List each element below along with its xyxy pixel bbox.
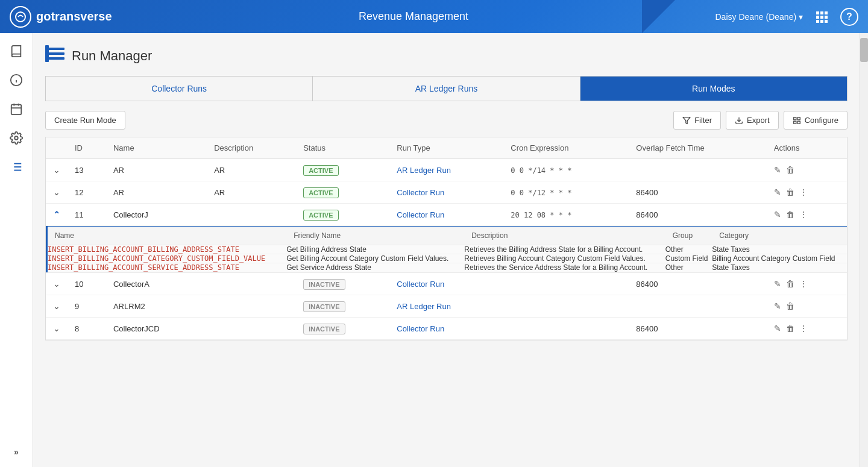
sidebar-item-settings[interactable] bbox=[4, 126, 28, 150]
action-icons: ✎ 🗑 bbox=[774, 301, 840, 311]
cell-id: 12 bbox=[68, 181, 106, 204]
collapse-icon-13[interactable]: ⌄ bbox=[53, 165, 60, 175]
configure-button[interactable]: Configure bbox=[784, 111, 848, 130]
edit-icon-11[interactable]: ✎ bbox=[774, 210, 781, 219]
scrollbar[interactable] bbox=[860, 33, 868, 467]
cell-overlap: 86400 bbox=[629, 318, 767, 340]
delete-icon-10[interactable]: 🗑 bbox=[786, 279, 794, 289]
tabs: Collector Runs AR Ledger Runs Run Modes bbox=[45, 76, 848, 101]
sidebar-item-list[interactable] bbox=[4, 155, 28, 179]
collapse-icon-10[interactable]: ⌄ bbox=[53, 279, 60, 289]
sub-cell-group: Other bbox=[665, 245, 712, 254]
sub-cell-name: INSERT_BILLING_ACCOUNT_SERVICE_ADDRESS_S… bbox=[47, 263, 287, 272]
cell-id: 10 bbox=[68, 273, 106, 295]
table-row: ⌄ 12 AR AR ACTIVE Collector Run 0 0 */12… bbox=[46, 181, 847, 204]
delete-icon-9[interactable]: 🗑 bbox=[786, 301, 794, 311]
grid-icon[interactable] bbox=[813, 8, 831, 26]
more-icon-12[interactable]: ⋮ bbox=[799, 187, 808, 197]
delete-icon-8[interactable]: 🗑 bbox=[786, 324, 794, 333]
cell-cron bbox=[503, 318, 629, 340]
cell-id: 11 bbox=[68, 204, 106, 226]
edit-icon-10[interactable]: ✎ bbox=[774, 279, 781, 289]
sub-cell-category: State Taxes bbox=[712, 245, 847, 254]
tab-collector-runs[interactable]: Collector Runs bbox=[46, 77, 313, 101]
col-id: ID bbox=[68, 137, 106, 159]
svg-rect-5 bbox=[820, 16, 823, 19]
user-menu[interactable]: Daisy Deane (Deane) ▾ bbox=[715, 12, 803, 22]
layout: » Run Manager Collector Runs AR Ledger R… bbox=[0, 33, 868, 467]
sidebar-item-book[interactable] bbox=[4, 39, 28, 63]
svg-rect-30 bbox=[793, 117, 796, 119]
action-icons: ✎ 🗑 ⋮ bbox=[774, 210, 840, 219]
tab-ar-ledger-runs[interactable]: AR Ledger Runs bbox=[313, 77, 580, 101]
sub-cell-category: Billing Account Category Custom Field bbox=[712, 254, 847, 263]
action-icons: ✎ 🗑 ⋮ bbox=[774, 187, 840, 197]
sidebar-item-info[interactable] bbox=[4, 68, 28, 92]
svg-rect-6 bbox=[825, 16, 828, 19]
sub-cell-friendly: Get Service Address State bbox=[286, 263, 464, 272]
sub-cell-friendly: Get Billing Account Category Custom Fiel… bbox=[286, 254, 464, 263]
cell-overlap: 86400 bbox=[629, 204, 767, 226]
col-name: Name bbox=[106, 137, 207, 159]
sub-cell-name: INSERT_BILLING_ACCOUNT_BILLING_ADDRESS_S… bbox=[47, 245, 287, 254]
export-button[interactable]: Export bbox=[726, 111, 779, 130]
collapse-icon-12[interactable]: ⌄ bbox=[53, 187, 60, 197]
logo-icon bbox=[10, 6, 31, 28]
edit-icon-12[interactable]: ✎ bbox=[774, 187, 781, 197]
cell-name: ARLRM2 bbox=[106, 295, 207, 318]
cell-run-type: Collector Run bbox=[389, 273, 503, 295]
page-header-icon bbox=[45, 45, 64, 66]
more-icon-11[interactable]: ⋮ bbox=[799, 210, 808, 219]
cell-run-type: Collector Run bbox=[389, 181, 503, 204]
filter-button[interactable]: Filter bbox=[673, 111, 721, 130]
svg-rect-8 bbox=[820, 20, 823, 23]
cell-name: AR bbox=[106, 181, 207, 204]
configure-icon bbox=[793, 116, 801, 125]
sub-table: Name Friendly Name Description Group Cat… bbox=[46, 226, 847, 272]
cell-cron: 20 12 08 * * * bbox=[503, 204, 629, 226]
logo: gotransverse bbox=[10, 6, 112, 28]
col-run-type: Run Type bbox=[389, 137, 503, 159]
col-actions: Actions bbox=[767, 137, 847, 159]
page-title: Run Manager bbox=[72, 48, 152, 64]
delete-icon-12[interactable]: 🗑 bbox=[786, 187, 794, 197]
table-row: ⌃ 11 CollectorJ ACTIVE Collector Run 20 … bbox=[46, 204, 847, 226]
cell-overlap: 86400 bbox=[629, 273, 767, 295]
collapse-icon-9[interactable]: ⌄ bbox=[53, 301, 60, 311]
cell-description bbox=[207, 318, 296, 340]
more-icon-8[interactable]: ⋮ bbox=[799, 324, 808, 333]
filter-icon bbox=[682, 116, 691, 125]
cell-name: CollectorJ bbox=[106, 204, 207, 226]
cell-description bbox=[207, 273, 296, 295]
cell-cron: 0 0 */12 * * * bbox=[503, 181, 629, 204]
expanded-sub-table-row: Name Friendly Name Description Group Cat… bbox=[46, 226, 847, 273]
svg-rect-2 bbox=[820, 11, 823, 14]
action-icons: ✎ 🗑 ⋮ bbox=[774, 324, 840, 333]
edit-icon-9[interactable]: ✎ bbox=[774, 301, 781, 311]
collapse-icon-8[interactable]: ⌄ bbox=[53, 324, 60, 333]
sub-cell-name: INSERT_BILLING_ACCOUNT_CATEGORY_CUSTOM_F… bbox=[47, 254, 287, 263]
create-run-mode-button[interactable]: Create Run Mode bbox=[45, 111, 125, 130]
help-icon[interactable]: ? bbox=[840, 8, 858, 26]
delete-icon-11[interactable]: 🗑 bbox=[786, 210, 794, 219]
sub-table-row: INSERT_BILLING_ACCOUNT_SERVICE_ADDRESS_S… bbox=[47, 263, 848, 272]
expand-icon-11[interactable]: ⌃ bbox=[53, 210, 60, 219]
svg-rect-9 bbox=[825, 20, 828, 23]
cell-status: INACTIVE bbox=[296, 273, 389, 295]
sidebar: » bbox=[0, 33, 33, 467]
scrollbar-thumb[interactable] bbox=[860, 38, 868, 62]
export-icon bbox=[735, 116, 743, 125]
edit-icon-13[interactable]: ✎ bbox=[774, 165, 781, 175]
sub-cell-desc: Retrieves the Billing Address State for … bbox=[464, 245, 665, 254]
svg-rect-1 bbox=[816, 11, 819, 14]
sidebar-expand-button[interactable]: » bbox=[4, 443, 28, 461]
edit-icon-8[interactable]: ✎ bbox=[774, 324, 781, 333]
sidebar-item-calendar[interactable] bbox=[4, 97, 28, 121]
delete-icon-13[interactable]: 🗑 bbox=[786, 165, 794, 175]
more-icon-10[interactable]: ⋮ bbox=[799, 279, 808, 289]
sub-cell-category: State Taxes bbox=[712, 263, 847, 272]
svg-rect-27 bbox=[45, 45, 49, 62]
main-content: Run Manager Collector Runs AR Ledger Run… bbox=[33, 33, 860, 467]
sub-table-row: INSERT_BILLING_ACCOUNT_BILLING_ADDRESS_S… bbox=[47, 245, 848, 254]
tab-run-modes[interactable]: Run Modes bbox=[580, 77, 847, 101]
